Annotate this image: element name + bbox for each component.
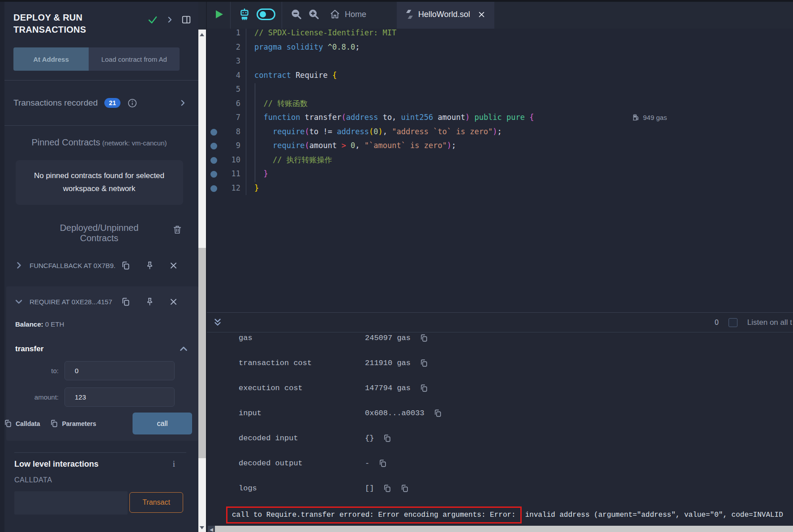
- editor-gutter[interactable]: 12: [207, 181, 246, 196]
- parameters-label[interactable]: Parameters: [62, 420, 96, 427]
- editor-gutter[interactable]: 4: [207, 68, 246, 83]
- amount-input[interactable]: [64, 387, 175, 407]
- load-contract-input[interactable]: Load contract from Ad: [89, 47, 180, 71]
- pin-icon[interactable]: [145, 297, 154, 306]
- code-text[interactable]: [246, 82, 254, 97]
- collapse-terminal-icon[interactable]: [213, 318, 223, 328]
- code-editor[interactable]: 1// SPDX-License-Identifier: MIT2pragma …: [207, 29, 793, 312]
- listen-checkbox[interactable]: [729, 318, 737, 327]
- breakpoint-dot[interactable]: [210, 185, 217, 192]
- horizontal-scrollbar[interactable]: ◀: [207, 526, 793, 532]
- terminal-row-value: 147794 gas: [365, 384, 411, 392]
- scrollbar-track[interactable]: [198, 30, 206, 532]
- zoom-out-icon[interactable]: [291, 9, 302, 20]
- horizontal-scrollbar-thumb[interactable]: [215, 526, 793, 532]
- breakpoint-dot[interactable]: [210, 157, 217, 164]
- code-text[interactable]: require(amount > 0, "`amount` is zero");: [246, 139, 456, 153]
- breakpoint-dot[interactable]: [210, 129, 217, 136]
- code-line-1: 1// SPDX-License-Identifier: MIT: [207, 29, 793, 40]
- editor-gutter[interactable]: 7: [207, 111, 246, 125]
- code-text[interactable]: // SPDX-License-Identifier: MIT: [246, 29, 396, 40]
- fuel-pump-icon: [632, 114, 639, 121]
- info-icon[interactable]: i: [173, 459, 175, 469]
- code-text[interactable]: function transfer(address to, uint256 am…: [246, 111, 534, 125]
- code-token: // 执行转账操作: [273, 155, 332, 164]
- contract-card-require: REQUIRE AT 0XE28...4157 Balance: 0 ETH: [6, 286, 198, 441]
- tab-home[interactable]: Home: [326, 9, 370, 20]
- copy-icon[interactable]: [433, 409, 442, 417]
- contract-item-funcfallback[interactable]: FUNCFALLBACK AT 0X7B9.: [0, 255, 198, 276]
- calldata-label[interactable]: Calldata: [16, 420, 40, 427]
- close-tab-icon[interactable]: [478, 11, 485, 18]
- ai-assistant-robot-icon[interactable]: [238, 8, 251, 21]
- scroll-left-arrow[interactable]: ◀: [208, 526, 215, 532]
- to-input[interactable]: [64, 361, 175, 380]
- copy-icon[interactable]: [400, 484, 409, 493]
- calldata-input[interactable]: [14, 491, 128, 515]
- code-token: to !=: [309, 127, 337, 136]
- pinned-contracts-title: Pinned Contracts: [31, 137, 100, 147]
- chevron-down-icon[interactable]: [14, 297, 23, 306]
- info-icon[interactable]: [127, 98, 137, 108]
- collapse-chevron-up-icon[interactable]: [179, 344, 189, 354]
- transact-button[interactable]: Transact: [129, 492, 183, 513]
- copy-icon[interactable]: [121, 261, 130, 270]
- code-token: 0: [351, 141, 355, 150]
- at-address-button[interactable]: At Address: [13, 47, 89, 71]
- scrollbar-thumb[interactable]: [198, 248, 206, 458]
- copy-icon[interactable]: [420, 359, 428, 367]
- code-text[interactable]: pragma solidity ^0.8.0;: [246, 40, 360, 55]
- terminal-output[interactable]: gas245097 gastransaction cost211910 gase…: [207, 332, 793, 501]
- expand-transactions-icon[interactable]: [179, 99, 187, 107]
- terminal-header-right: 0 Listen on all t: [715, 318, 793, 327]
- code-text[interactable]: require(to != address(0), "address `to` …: [246, 125, 502, 139]
- code-text[interactable]: // 转账函数: [246, 97, 308, 111]
- pin-panel-icon[interactable]: [181, 15, 191, 25]
- toolbar-separator: [282, 0, 282, 29]
- pin-icon[interactable]: [145, 261, 154, 270]
- chevron-right-icon[interactable]: [166, 16, 174, 24]
- code-text[interactable]: }: [246, 181, 259, 196]
- code-text[interactable]: // 执行转账操作: [246, 153, 332, 167]
- copy-icon[interactable]: [121, 297, 130, 306]
- copy-parameters-icon[interactable]: [50, 419, 58, 428]
- copy-icon[interactable]: [378, 459, 387, 468]
- trash-icon[interactable]: [172, 225, 182, 234]
- code-text[interactable]: }: [246, 167, 268, 181]
- editor-gutter[interactable]: 6: [207, 97, 246, 111]
- close-icon[interactable]: [169, 261, 178, 270]
- breakpoint-dot[interactable]: [210, 143, 217, 149]
- terminal-header: 0 Listen on all t: [207, 313, 793, 332]
- editor-gutter[interactable]: 11: [207, 167, 246, 181]
- editor-gutter[interactable]: 1: [207, 29, 246, 40]
- code-line-3: 3: [207, 54, 793, 68]
- ai-toggle-switch[interactable]: [257, 9, 275, 20]
- copy-icon[interactable]: [383, 484, 391, 493]
- zoom-in-icon[interactable]: [308, 9, 320, 20]
- code-text[interactable]: contract Require {: [246, 68, 337, 83]
- chevron-right-icon[interactable]: [14, 261, 23, 270]
- editor-gutter[interactable]: 9: [207, 139, 246, 153]
- editor-gutter[interactable]: 10: [207, 153, 246, 167]
- scroll-up-arrow[interactable]: [200, 33, 204, 36]
- copy-icon[interactable]: [383, 434, 391, 443]
- editor-gutter[interactable]: 2: [207, 40, 246, 55]
- close-icon[interactable]: [169, 297, 178, 306]
- editor-gutter[interactable]: 5: [207, 82, 246, 97]
- copy-icon[interactable]: [420, 384, 428, 392]
- tab-helloworld-sol[interactable]: HelloWorld.sol: [397, 0, 494, 29]
- contract-item-require[interactable]: REQUIRE AT 0XE28...4157: [6, 293, 198, 311]
- breakpoint-dot[interactable]: [210, 171, 217, 178]
- copy-icon[interactable]: [420, 334, 428, 342]
- editor-gutter[interactable]: 8: [207, 125, 246, 139]
- network-note: (network: vm-cancun): [102, 139, 167, 147]
- contract-label: REQUIRE AT 0XE28...4157: [30, 298, 121, 306]
- scroll-down-arrow[interactable]: [200, 526, 204, 529]
- editor-gutter[interactable]: 3: [207, 54, 246, 68]
- call-button[interactable]: call: [133, 413, 192, 434]
- copy-calldata-icon[interactable]: [4, 419, 12, 428]
- run-script-play-icon[interactable]: [214, 9, 224, 20]
- code-text[interactable]: [246, 54, 254, 68]
- code-token: (: [305, 127, 309, 136]
- panel-scrollbar[interactable]: [198, 0, 206, 532]
